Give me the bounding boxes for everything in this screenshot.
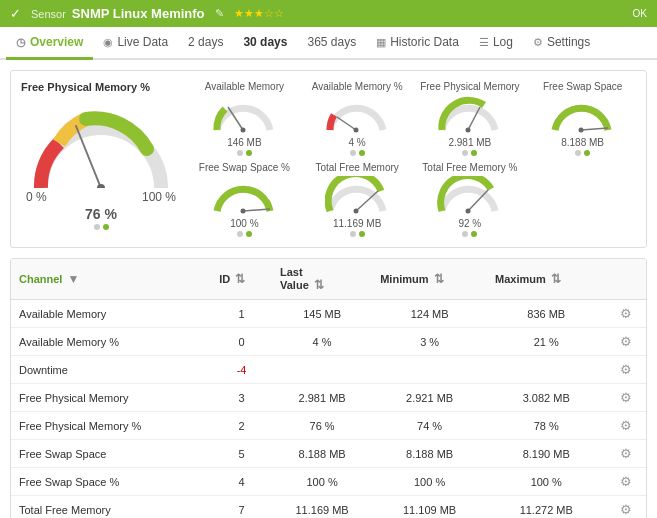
- table-row: Available Memory 1 145 MB 124 MB 836 MB …: [11, 300, 646, 328]
- sg-dot-6-2[interactable]: [471, 231, 477, 237]
- sg-dots-6: [462, 231, 477, 237]
- sg-dot-2-1[interactable]: [462, 150, 468, 156]
- row-settings-icon[interactable]: ⚙: [620, 474, 632, 489]
- td-maximum: 78 %: [487, 412, 605, 440]
- star-rating[interactable]: ★★★☆☆: [234, 7, 284, 20]
- sg-dot-0-2[interactable]: [246, 150, 252, 156]
- svg-point-1: [97, 184, 105, 188]
- big-gauge-value: 76 %: [85, 206, 117, 222]
- row-settings-icon[interactable]: ⚙: [620, 418, 632, 433]
- sg-svg-4: [212, 176, 277, 216]
- td-lastvalue: 2.981 MB: [272, 384, 372, 412]
- small-gauge-free-swap-space-pct: Free Swap Space % 100 %: [191, 162, 298, 237]
- sg-dot-5-1[interactable]: [350, 231, 356, 237]
- tab-settings[interactable]: ⚙ Settings: [523, 27, 600, 60]
- small-gauge-placeholder: [529, 162, 636, 237]
- sg-dot-3-2[interactable]: [584, 150, 590, 156]
- td-lastvalue: 8.188 MB: [272, 440, 372, 468]
- td-action[interactable]: ⚙: [605, 356, 646, 384]
- log-icon: ☰: [479, 36, 489, 49]
- sg-dot-5-2[interactable]: [359, 231, 365, 237]
- big-gauge-wrap: [26, 98, 176, 188]
- th-channel[interactable]: Channel ▼: [11, 259, 211, 300]
- td-channel: Total Free Memory: [11, 496, 211, 519]
- svg-point-11: [240, 209, 245, 214]
- td-lastvalue: [272, 356, 372, 384]
- td-action[interactable]: ⚙: [605, 384, 646, 412]
- td-minimum: 74 %: [372, 412, 487, 440]
- tab-overview[interactable]: ◷ Overview: [6, 27, 93, 60]
- sg-dot-1-2[interactable]: [359, 150, 365, 156]
- small-gauge-free-physical-memory: Free Physical Memory 2.981 MB: [417, 81, 524, 156]
- td-lastvalue: 76 %: [272, 412, 372, 440]
- td-channel: Free Swap Space: [11, 440, 211, 468]
- table-row: Free Physical Memory % 2 76 % 74 % 78 % …: [11, 412, 646, 440]
- row-settings-icon[interactable]: ⚙: [620, 334, 632, 349]
- sg-dot-2-2[interactable]: [471, 150, 477, 156]
- td-lastvalue: 100 %: [272, 468, 372, 496]
- tab-30days[interactable]: 30 days: [233, 27, 297, 60]
- gauge-dot-1[interactable]: [94, 224, 100, 230]
- td-action[interactable]: ⚙: [605, 440, 646, 468]
- sg-svg-3: [550, 95, 615, 135]
- td-action[interactable]: ⚙: [605, 300, 646, 328]
- sg-title-5: Total Free Memory: [315, 162, 398, 173]
- row-settings-icon[interactable]: ⚙: [620, 362, 632, 377]
- td-id: 3: [211, 384, 272, 412]
- tab-log-label: Log: [493, 35, 513, 49]
- sg-dots-4: [237, 231, 252, 237]
- td-action[interactable]: ⚙: [605, 496, 646, 519]
- td-channel: Downtime: [11, 356, 211, 384]
- sg-title-2: Free Physical Memory: [420, 81, 519, 92]
- svg-point-9: [579, 128, 584, 133]
- svg-line-4: [337, 117, 356, 130]
- sg-dot-4-2[interactable]: [246, 231, 252, 237]
- td-action[interactable]: ⚙: [605, 412, 646, 440]
- sg-dots-0: [237, 150, 252, 156]
- sort-lastvalue-icon: ⇅: [314, 278, 324, 292]
- row-settings-icon[interactable]: ⚙: [620, 446, 632, 461]
- tab-livedata[interactable]: ◉ Live Data: [93, 27, 178, 60]
- svg-line-8: [581, 128, 608, 130]
- edit-icon[interactable]: ✎: [215, 7, 224, 20]
- td-lastvalue: 145 MB: [272, 300, 372, 328]
- sg-dot-6-1[interactable]: [462, 231, 468, 237]
- td-id: 2: [211, 412, 272, 440]
- tab-bar: ◷ Overview ◉ Live Data 2 days 30 days 36…: [0, 27, 657, 60]
- tab-historicdata-label: Historic Data: [390, 35, 459, 49]
- sg-dots-5: [350, 231, 365, 237]
- sg-dot-0-1[interactable]: [237, 150, 243, 156]
- sg-val-6: 92 %: [458, 218, 481, 229]
- td-maximum: 3.082 MB: [487, 384, 605, 412]
- td-action[interactable]: ⚙: [605, 468, 646, 496]
- td-action[interactable]: ⚙: [605, 328, 646, 356]
- td-minimum: 100 %: [372, 468, 487, 496]
- row-settings-icon[interactable]: ⚙: [620, 502, 632, 517]
- tab-log[interactable]: ☰ Log: [469, 27, 523, 60]
- td-maximum: 100 %: [487, 468, 605, 496]
- big-gauge-min-label: 0 %: [26, 190, 47, 204]
- tab-2days[interactable]: 2 days: [178, 27, 233, 60]
- tab-livedata-label: Live Data: [117, 35, 168, 49]
- sg-dot-1-1[interactable]: [350, 150, 356, 156]
- sg-dot-4-1[interactable]: [237, 231, 243, 237]
- th-lastvalue[interactable]: LastValue ⇅: [272, 259, 372, 300]
- tab-historicdata[interactable]: ▦ Historic Data: [366, 27, 469, 60]
- gauge-dot-2[interactable]: [103, 224, 109, 230]
- small-gauges-grid: Available Memory 146 MB Available Memory…: [191, 81, 636, 237]
- th-minimum[interactable]: Minimum ⇅: [372, 259, 487, 300]
- tab-2days-label: 2 days: [188, 35, 223, 49]
- overview-icon: ◷: [16, 36, 26, 49]
- row-settings-icon[interactable]: ⚙: [620, 390, 632, 405]
- svg-point-5: [353, 128, 358, 133]
- td-maximum: 836 MB: [487, 300, 605, 328]
- tab-30days-label: 30 days: [243, 35, 287, 49]
- tab-365days[interactable]: 365 days: [297, 27, 366, 60]
- sg-svg-6: [437, 176, 502, 216]
- th-id[interactable]: ID ⇅: [211, 259, 272, 300]
- sg-dots-2: [462, 150, 477, 156]
- row-settings-icon[interactable]: ⚙: [620, 306, 632, 321]
- th-maximum[interactable]: Maximum ⇅: [487, 259, 605, 300]
- sg-svg-0: [212, 95, 277, 135]
- sg-dot-3-1[interactable]: [575, 150, 581, 156]
